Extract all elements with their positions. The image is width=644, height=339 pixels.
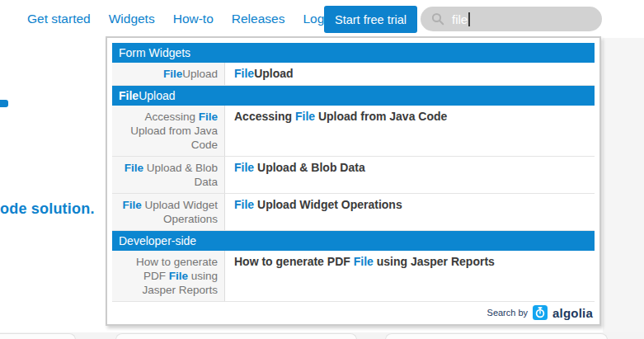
result-text: Upload Widget Operations [142,199,218,225]
query-match-text: File [354,255,374,268]
result-category-label: File Upload & Blob Data [112,157,225,193]
query-match-text: File [234,198,254,211]
result-category-label: Accessing File Upload from Java Code [112,106,225,156]
search-result-row[interactable]: Accessing File Upload from Java CodeAcce… [112,106,595,157]
query-match-text: File [125,162,143,174]
algolia-logo-icon [533,305,548,320]
search-query-text: file [452,13,468,26]
result-text: Accessing [144,111,198,123]
nav-link-get-started[interactable]: Get started [27,12,91,26]
heading-fragment [0,100,8,107]
result-text: Upload from Java Code [315,110,447,123]
text-caret [468,12,470,26]
start-free-trial-button[interactable]: Start free trial [324,6,417,33]
result-title-link[interactable]: FileUpload [225,63,595,85]
result-text: Upload [182,68,218,80]
result-text: Upload & Blob Data [254,161,365,174]
query-match-text: File [163,68,182,80]
query-match-text: File [122,199,141,211]
nav-link-releases[interactable]: Releases [232,12,285,26]
content-card-partial [0,333,76,339]
result-title-link[interactable]: How to generate PDF File using Jasper Re… [225,251,595,301]
search-results-sections: Form WidgetsFileUploadFileUploadFileUplo… [112,43,595,302]
search-input[interactable]: file [421,7,602,31]
result-title-link[interactable]: File Upload Widget Operations [225,194,595,230]
search-by-label: Search by [487,308,529,318]
result-category-label: File Upload Widget Operations [112,194,225,230]
search-result-row[interactable]: File Upload Widget OperationsFile Upload… [112,194,595,231]
result-title-link[interactable]: File Upload & Blob Data [225,157,595,193]
section-header: FileUpload [112,86,595,106]
nav-link-how-to[interactable]: How-to [173,12,214,26]
query-match-text: File [234,67,254,80]
query-match-text: File [295,110,315,123]
result-text: File [119,89,139,102]
result-category-label: FileUpload [112,63,225,85]
search-icon [431,12,444,26]
search-results-dropdown: Form WidgetsFileUploadFileUploadFileUplo… [106,36,601,326]
result-text: Accessing [234,110,295,123]
query-match-text: File [169,270,188,282]
nav-links: Get startedWidgetsHow-toReleasesLogin [27,0,334,38]
page-tagline-fragment: ode solution. [0,200,95,218]
search-result-row[interactable]: File Upload & Blob DataFile Upload & Blo… [112,157,595,194]
section-header: Developer-side [112,231,595,251]
result-text: Developer-side [119,234,196,247]
result-text: Upload [139,89,175,102]
result-text: Upload from Java Code [130,125,218,151]
top-navbar: Get startedWidgetsHow-toReleasesLogin St… [0,0,644,38]
result-text: How to generate PDF [234,255,354,268]
section-header: Form Widgets [112,43,595,63]
search-attribution: Search by algolia [112,302,595,324]
query-match-text: File [199,111,218,123]
search-result-row[interactable]: FileUploadFileUpload [112,63,595,86]
result-category-label: How to generate PDF File using Jasper Re… [112,251,225,301]
result-text: Upload Widget Operations [254,198,402,211]
search-result-row[interactable]: How to generate PDF File using Jasper Re… [112,251,595,302]
result-title-link[interactable]: Accessing File Upload from Java Code [225,106,595,156]
page-background-right [603,38,644,339]
content-card-partial [385,333,608,339]
content-card-partial [115,333,357,339]
result-text: Upload & Blob Data [143,162,218,188]
result-text: using Jasper Reports [374,255,495,268]
result-text: Form Widgets [119,46,190,59]
query-match-text: File [234,161,254,174]
algolia-wordmark[interactable]: algolia [552,306,593,320]
nav-link-widgets[interactable]: Widgets [109,12,155,26]
result-text: Upload [254,67,293,80]
